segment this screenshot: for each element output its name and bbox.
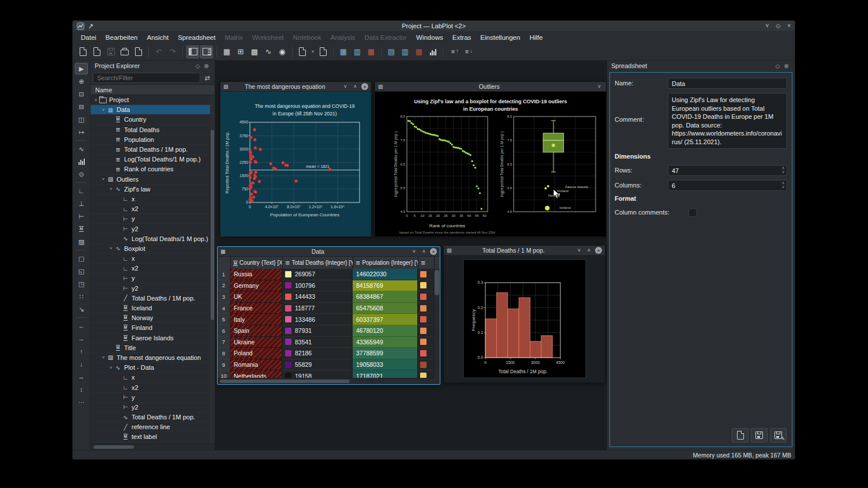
close-panel-icon[interactable]: ⊗ xyxy=(202,63,211,69)
tree-item-total-deaths-1m-pop-[interactable]: ∿Total Deaths / 1M pop. xyxy=(91,412,215,422)
column-header-4[interactable]: ≣ xyxy=(418,257,435,269)
sort-descending-button[interactable]: ≡↓ xyxy=(461,46,473,58)
shift-left-x-button[interactable]: ← xyxy=(75,320,88,332)
cell-extra[interactable] xyxy=(418,303,434,314)
chevron-down-icon[interactable]: ˅ xyxy=(108,186,114,192)
row-number[interactable]: 10 xyxy=(218,370,230,378)
save-project-button[interactable] xyxy=(104,46,117,58)
add-text-label-button[interactable]: M xyxy=(75,223,88,235)
cell-country[interactable]: UK xyxy=(230,291,282,303)
subwindow-titlebar[interactable]: ▧Outliers˅ xyxy=(375,82,606,92)
cell-country[interactable]: France xyxy=(230,303,282,314)
table-vertical-scrollbar[interactable] xyxy=(433,269,440,378)
chevron-down-icon[interactable]: ˅ xyxy=(100,107,106,112)
data-spreadsheet[interactable]: MCountry {Text} [X]≣Total Deaths {Intege… xyxy=(218,257,440,384)
table-corner-cell[interactable] xyxy=(218,257,231,269)
tree-item-plot-data[interactable]: ˅∿Plot - Data xyxy=(91,363,215,373)
cell-extra[interactable] xyxy=(418,325,434,337)
save-button[interactable] xyxy=(751,428,768,442)
cell-total-deaths[interactable]: 82186 xyxy=(282,348,353,359)
cell-extra[interactable] xyxy=(418,337,434,348)
load-template-button[interactable] xyxy=(732,428,749,442)
menu-item-matrix[interactable]: Matrix xyxy=(220,33,247,42)
cell-country[interactable]: Spain xyxy=(230,325,282,337)
table-row[interactable]: 1Russia269057146022030 xyxy=(218,269,434,280)
add-image-button[interactable]: ▨ xyxy=(75,236,88,247)
window-close-icon[interactable]: × xyxy=(787,21,791,31)
scale-auto-x-button[interactable]: ↔ xyxy=(75,371,88,382)
cell-total-deaths[interactable]: 83541 xyxy=(282,337,353,348)
cell-country[interactable]: Poland xyxy=(230,348,282,359)
project-explorer-header[interactable]: Project Explorer ◇ ⊗ xyxy=(91,61,215,71)
zoom-y-select-button[interactable]: ◫ xyxy=(75,114,88,125)
cell-total-deaths[interactable]: 269057 xyxy=(282,269,353,280)
column-comments-checkbox[interactable] xyxy=(689,208,697,217)
subwindow-close-icon[interactable]: × xyxy=(361,83,368,90)
float-panel-icon[interactable]: ◇ xyxy=(773,63,782,69)
worksheet-dangerous-equation[interactable]: The most dangerous equation and COVID-19… xyxy=(220,92,371,237)
row-number[interactable]: 4 xyxy=(218,303,230,314)
row-number[interactable]: 6 xyxy=(218,325,230,337)
pin-icon[interactable] xyxy=(88,23,94,29)
table-row[interactable]: 7Ukraine8354143365949 xyxy=(218,337,434,348)
subwindow-titlebar[interactable]: ▦Data˅˄× xyxy=(218,247,440,257)
crosshair-cursor-button[interactable]: ⊕ xyxy=(75,76,88,87)
cell-extra[interactable] xyxy=(418,370,434,378)
cell-extra[interactable] xyxy=(418,314,434,325)
toggle-project-explorer-button[interactable] xyxy=(186,46,199,58)
float-panel-icon[interactable]: ◇ xyxy=(193,63,202,69)
outliers-worksheet-plots[interactable]: Using Zipf's law and a boxplot for detec… xyxy=(375,92,605,237)
window-histogram[interactable]: ▧Total Deaths / 1 M pop.˅˄× 015003000450… xyxy=(443,245,605,383)
tree-item-population[interactable]: ≣Population xyxy=(91,135,215,145)
tree-item-iceland[interactable]: MIceland xyxy=(91,303,215,313)
cell-population[interactable]: 17187021 xyxy=(353,370,418,378)
cell-country[interactable]: Germany xyxy=(230,280,282,292)
tree-item-y[interactable]: ⊢y xyxy=(91,273,215,283)
subwindow-expand-icon[interactable]: ˄ xyxy=(351,83,359,91)
tree-item-reference-line[interactable]: ╱reference line xyxy=(91,422,215,432)
cell-population[interactable]: 146022030 xyxy=(353,269,418,280)
tree-item-title[interactable]: MTitle xyxy=(91,343,215,353)
cell-population[interactable]: 84158769 xyxy=(353,280,418,292)
table-row[interactable]: 5Italy13348660337397 xyxy=(218,314,434,325)
menu-item-worksheet[interactable]: Worksheet xyxy=(248,33,289,42)
cell-population[interactable]: 68384867 xyxy=(353,291,418,303)
subwindow-close-icon[interactable]: × xyxy=(430,248,437,255)
chevron-down-icon[interactable]: ˅ xyxy=(93,97,99,103)
column-header-3[interactable]: ≣Population {Integer} [Y] xyxy=(353,257,418,269)
insert-rows-button[interactable]: ▦ xyxy=(337,46,350,58)
menu-item-ansicht[interactable]: Ansicht xyxy=(142,33,173,42)
cell-population[interactable]: 60337397 xyxy=(353,314,418,325)
tree-item-project[interactable]: ˅Project xyxy=(91,95,215,105)
cursor-tool-button[interactable]: ↦ xyxy=(75,126,88,138)
menu-item-windows[interactable]: Windows xyxy=(411,33,448,42)
tree-item-boxplot[interactable]: ˅∿Boxplot xyxy=(91,244,215,254)
cell-population[interactable]: 65475608 xyxy=(353,303,418,314)
chevron-down-icon[interactable]: ˅ xyxy=(108,365,114,370)
cell-extra[interactable] xyxy=(418,269,434,280)
comment-field[interactable]: Using Zipf's Law for detecting European … xyxy=(668,93,787,149)
table-row[interactable]: 8Poland8218637788599 xyxy=(218,348,434,359)
cell-country[interactable]: Russia xyxy=(230,269,282,280)
new-notebook-button[interactable]: ◉ xyxy=(276,46,289,58)
tree-horizontal-scrollbar[interactable] xyxy=(91,444,215,450)
cell-country[interactable]: Romania xyxy=(230,359,282,371)
cell-country[interactable]: Italy xyxy=(230,314,282,325)
tree-item-y2[interactable]: ⊢y2 xyxy=(91,403,215,412)
tree-item-data[interactable]: ˅▦Data xyxy=(91,105,215,115)
tree-vertical-scrollbar[interactable] xyxy=(210,95,215,444)
scale-auto-y-button[interactable]: ↕ xyxy=(75,384,88,395)
cell-country[interactable]: Ukraine xyxy=(230,337,282,348)
subwindow-collapse-icon[interactable]: ˅ xyxy=(596,83,603,91)
window-outliers[interactable]: ▧Outliers˅ Using Zipf's law and a boxplo… xyxy=(375,81,607,237)
cell-total-deaths[interactable]: 87931 xyxy=(282,325,353,337)
row-number[interactable]: 5 xyxy=(218,314,230,325)
menu-item-analysis[interactable]: Analysis xyxy=(326,33,360,42)
worksheet-histogram[interactable]: 01500300045000.00.10.20.3FrequencyTotal … xyxy=(444,256,605,382)
new-workbook-button[interactable]: ▦ xyxy=(220,46,233,58)
histogram-plot[interactable]: 01500300045000.00.10.20.3FrequencyTotal … xyxy=(444,256,604,382)
table-row[interactable]: 9Romania5582919058033 xyxy=(218,359,434,371)
tree-item-total-deaths-1m-pop-[interactable]: ≣Total Deaths / 1M pop. xyxy=(91,145,215,155)
tree-item-log-total-deaths-1-m-pop-[interactable]: ≣Log(Total Deaths/1 M pop.) xyxy=(91,155,215,164)
cell-extra[interactable] xyxy=(418,291,434,303)
